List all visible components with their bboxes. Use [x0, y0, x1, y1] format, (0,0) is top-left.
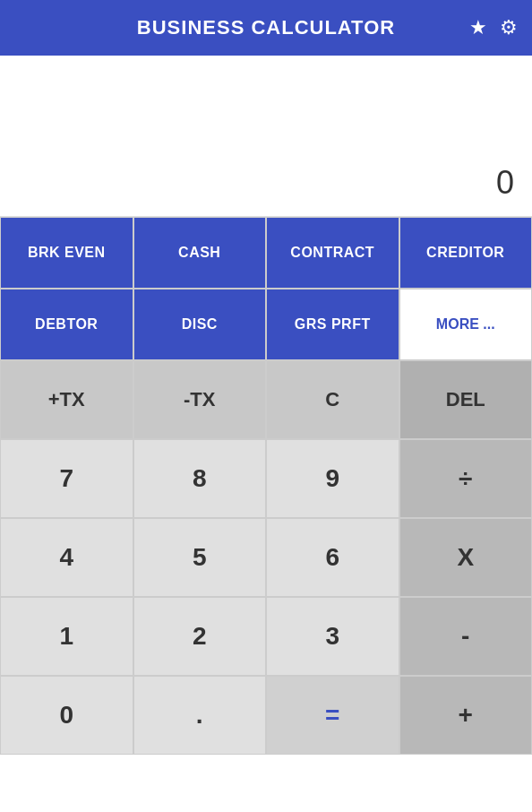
function-row-2: DEBTOR DISC GRS PRFT MORE ...	[0, 289, 532, 360]
button-9[interactable]: 9	[266, 439, 399, 518]
button-3[interactable]: 3	[266, 597, 399, 676]
button-4[interactable]: 4	[0, 518, 133, 597]
star-icon[interactable]: ★	[469, 16, 487, 39]
creditor-button[interactable]: CREDITOR	[399, 217, 533, 289]
button-6[interactable]: 6	[266, 518, 399, 597]
sub-tax-button[interactable]: -TX	[133, 360, 267, 439]
add-tax-button[interactable]: +TX	[0, 360, 133, 439]
grs-prft-button[interactable]: GRS PRFT	[266, 289, 399, 360]
button-5[interactable]: 5	[133, 518, 267, 597]
number-row-123: 1 2 3 -	[0, 597, 532, 676]
app-header: BUSINESS CALCULATOR ★ ⚙	[0, 0, 532, 56]
function-row-1: BRK EVEN CASH CONTRACT CREDITOR	[0, 217, 532, 289]
delete-button[interactable]: DEL	[399, 360, 533, 439]
button-2[interactable]: 2	[133, 597, 267, 676]
multiply-button[interactable]: X	[399, 518, 533, 597]
disc-button[interactable]: DISC	[133, 289, 267, 360]
debtor-button[interactable]: DEBTOR	[0, 289, 133, 360]
contract-button[interactable]: CONTRACT	[266, 217, 399, 289]
header-icons: ★ ⚙	[469, 16, 518, 39]
brk-even-button[interactable]: BRK EVEN	[0, 217, 133, 289]
display-value: 0	[496, 164, 514, 202]
settings-icon[interactable]: ⚙	[500, 16, 518, 39]
divide-button[interactable]: ÷	[399, 439, 533, 518]
more-button[interactable]: MORE ...	[399, 289, 533, 360]
add-button[interactable]: +	[399, 676, 533, 755]
equals-button[interactable]: =	[266, 676, 399, 755]
number-row-789: 7 8 9 ÷	[0, 439, 532, 518]
subtract-button[interactable]: -	[399, 597, 533, 676]
decimal-button[interactable]: .	[133, 676, 267, 755]
button-1[interactable]: 1	[0, 597, 133, 676]
clear-button[interactable]: C	[266, 360, 399, 439]
display-area: 0	[0, 56, 532, 217]
app-title: BUSINESS CALCULATOR	[137, 16, 395, 39]
button-grid: BRK EVEN CASH CONTRACT CREDITOR DEBTOR D…	[0, 217, 532, 755]
number-row-456: 4 5 6 X	[0, 518, 532, 597]
button-0[interactable]: 0	[0, 676, 133, 755]
button-8[interactable]: 8	[133, 439, 267, 518]
button-7[interactable]: 7	[0, 439, 133, 518]
cash-button[interactable]: CASH	[133, 217, 267, 289]
tax-row: +TX -TX C DEL	[0, 360, 532, 439]
number-row-0: 0 . = +	[0, 676, 532, 755]
